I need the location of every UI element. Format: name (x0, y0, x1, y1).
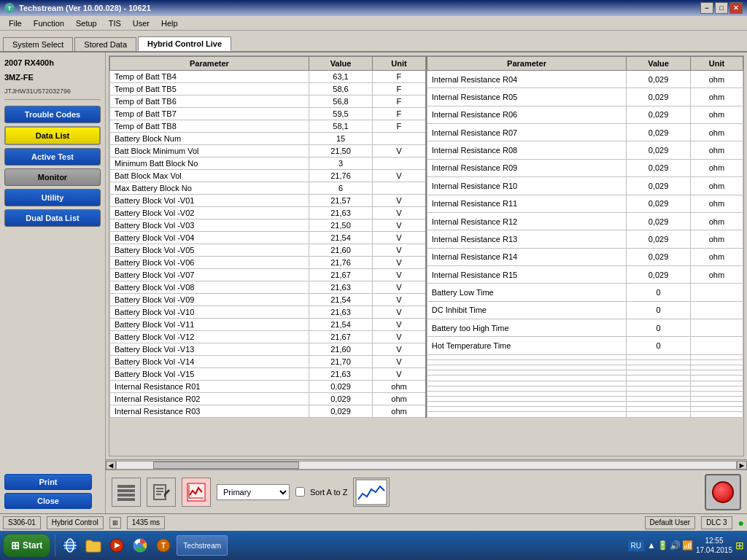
trouble-codes-button[interactable]: Trouble Codes (4, 106, 101, 123)
right-table-row: Internal Resistance R13 0,029 ohm (427, 230, 743, 248)
taskbar-chrome-icon[interactable] (130, 535, 150, 556)
menu-user[interactable]: User (127, 18, 155, 28)
scrollbar-thumb[interactable] (153, 462, 299, 469)
edit-icon-button[interactable] (147, 478, 176, 507)
scrollbar-track[interactable] (116, 461, 737, 470)
right-param-cell: Internal Resistance R08 (427, 141, 627, 159)
left-param-cell: Battery Block Vol -V10 (110, 306, 309, 319)
right-table-row (427, 359, 743, 365)
close-button[interactable]: Close (4, 493, 92, 509)
left-param-cell: Battery Block Vol -V02 (110, 207, 309, 219)
taskbar-media-icon[interactable] (107, 535, 127, 556)
right-value-cell (627, 397, 691, 402)
left-table-row: Battery Block Vol -V08 21,63 V (110, 281, 426, 294)
left-table-row: Battery Block Vol -V09 21,54 V (110, 294, 426, 306)
svg-rect-3 (117, 498, 135, 501)
left-value-cell: 21,54 (309, 319, 372, 331)
left-value-cell: 0,029 (309, 405, 372, 418)
right-param-cell (427, 397, 627, 402)
bottom-toolbar: Primary Secondary Tertiary Sort A to Z (106, 470, 747, 513)
right-table-row: Internal Resistance R06 0,029 ohm (427, 106, 743, 123)
taskbar-ie-icon[interactable] (60, 535, 80, 556)
left-unit-cell (373, 182, 426, 195)
close-window-button[interactable]: ✕ (729, 2, 743, 14)
left-table-row: Minimum Batt Block No 3 (110, 158, 426, 170)
right-value-cell: 0,029 (627, 212, 691, 230)
right-table-row: Hot Temperature Time 0 (427, 337, 743, 354)
right-value-cell: 0,029 (627, 124, 691, 141)
data-list-button[interactable]: Data List (4, 126, 101, 145)
left-unit-cell: ohm (373, 405, 426, 418)
left-unit-header: Unit (373, 57, 426, 71)
menu-function[interactable]: Function (28, 18, 70, 28)
right-unit-cell: ohm (690, 71, 743, 88)
window-title: Techstream (Ver 10.00.028) - 10621 (19, 4, 151, 12)
status-icon-button[interactable]: ⊞ (109, 517, 121, 529)
primary-dropdown[interactable]: Primary Secondary Tertiary (217, 484, 290, 500)
left-table-row: Battery Block Vol -V03 21,50 V (110, 219, 426, 232)
right-table-row: Internal Resistance R09 0,029 ohm (427, 159, 743, 176)
right-value-cell (627, 354, 691, 359)
right-table-row: Internal Resistance R14 0,029 ohm (427, 248, 743, 265)
tab-bar: System Select Stored Data Hybrid Control… (0, 31, 747, 52)
left-unit-cell: V (373, 343, 426, 356)
scroll-left-button[interactable]: ◄ (106, 461, 116, 470)
utility-button[interactable]: Utility (4, 189, 101, 206)
left-table-row: Battery Block Num 15 (110, 133, 426, 145)
left-param-cell: Battery Block Vol -V03 (110, 219, 309, 232)
horizontal-scrollbar[interactable]: ◄ ► (106, 459, 747, 470)
right-table-row: Battery too High Time 0 (427, 319, 743, 337)
right-value-cell: 0,029 (627, 141, 691, 159)
monitor-button[interactable]: Monitor (4, 168, 101, 186)
left-unit-cell: V (373, 207, 426, 219)
right-unit-cell (690, 407, 743, 412)
tab-hybrid-control-live[interactable]: Hybrid Control Live (138, 36, 231, 51)
right-unit-cell: ohm (690, 124, 743, 141)
left-table-row: Internal Resistance R03 0,029 ohm (110, 405, 426, 418)
left-value-cell: 21,60 (309, 244, 372, 257)
data-table-container[interactable]: Parameter Value Unit Temp of Batt TB4 63… (109, 55, 744, 456)
clock: 12:55 17.04.2015 (696, 536, 732, 555)
tray-icon-2: 🔋 (657, 540, 668, 551)
left-table-row: Internal Resistance R01 0,029 ohm (110, 381, 426, 393)
taskbar-app-techstream[interactable]: Techstream (177, 535, 228, 556)
main-layout: 2007 RX400h 3MZ-FE JTJHW31U572032796 Tro… (0, 52, 747, 513)
start-button[interactable]: ⊞ Start (3, 534, 50, 557)
left-param-cell: Battery Block Vol -V11 (110, 319, 309, 331)
right-table-row (427, 397, 743, 402)
title-bar: T Techstream (Ver 10.00.028) - 10621 − □… (0, 0, 747, 16)
tab-stored-data[interactable]: Stored Data (74, 37, 136, 51)
right-value-cell: 0 (627, 301, 691, 319)
dual-data-list-button[interactable]: Dual Data List (4, 209, 101, 227)
menu-setup[interactable]: Setup (70, 18, 103, 28)
right-table-row (427, 402, 743, 407)
left-value-cell: 58,6 (309, 83, 372, 96)
active-test-button[interactable]: Active Test (4, 148, 101, 166)
menu-file[interactable]: File (3, 18, 28, 28)
taskbar-techstream-icon[interactable]: T (153, 535, 174, 556)
left-value-cell: 0,029 (309, 393, 372, 405)
chart-icon-button[interactable] (353, 478, 390, 507)
show-desktop-button[interactable]: ⊞ (735, 540, 744, 551)
graph-icon-button[interactable] (182, 478, 211, 507)
left-value-cell: 21,67 (309, 269, 372, 281)
maximize-button[interactable]: □ (715, 2, 728, 14)
sort-checkbox[interactable] (295, 487, 305, 497)
taskbar-folder-icon[interactable] (83, 535, 104, 556)
print-button[interactable]: Print (4, 474, 92, 490)
scroll-right-button[interactable]: ► (737, 461, 747, 470)
right-param-cell: Internal Resistance R14 (427, 248, 627, 265)
right-value-cell (627, 381, 691, 386)
view-list-icon-button[interactable] (112, 478, 141, 507)
right-unit-cell (690, 412, 743, 418)
right-param-cell (427, 359, 627, 365)
menu-help[interactable]: Help (155, 18, 184, 28)
tab-system-select[interactable]: System Select (3, 37, 73, 51)
right-unit-cell: ohm (690, 106, 743, 123)
menu-tis[interactable]: TIS (103, 18, 127, 28)
right-value-cell: 0,029 (627, 230, 691, 248)
record-button[interactable] (705, 474, 741, 510)
right-table-row (427, 386, 743, 391)
left-unit-cell: V (373, 145, 426, 158)
minimize-button[interactable]: − (700, 2, 713, 14)
